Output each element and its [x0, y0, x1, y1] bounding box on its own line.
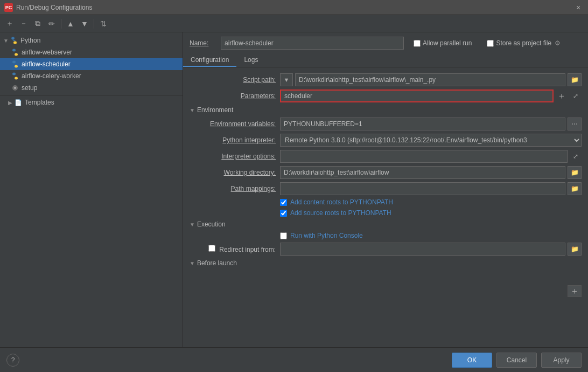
ok-button[interactable]: OK: [452, 353, 492, 368]
svg-point-4: [12, 61, 16, 64]
parallel-run-container: Allow parallel run: [414, 39, 472, 47]
parameters-expand-button[interactable]: ⤢: [570, 90, 582, 102]
sort-button[interactable]: ⇅: [97, 17, 110, 30]
before-launch-section-label: Before launch: [197, 259, 237, 267]
before-launch-section-arrow: ▼: [190, 260, 195, 266]
svg-point-1: [13, 42, 17, 44]
content-area: ▼ Python airflow-: [0, 32, 588, 347]
add-source-roots-checkbox[interactable]: [280, 210, 287, 217]
store-as-project-file-checkbox[interactable]: [487, 40, 494, 47]
python-interpreter-select[interactable]: Remote Python 3.8.0 (sftp://root@10.0.13…: [280, 134, 582, 147]
config-icon-scheduler: [11, 60, 19, 68]
path-mappings-row: Path mappings: 📁: [183, 181, 588, 197]
python-interpreter-row: Python interpreter: Remote Python 3.8.0 …: [183, 132, 588, 148]
path-mappings-label: Path mappings:: [190, 185, 276, 192]
environment-section-header[interactable]: ▼ Environment: [183, 104, 588, 116]
name-row: Name: Allow parallel run Store as projec…: [183, 32, 588, 54]
interpreter-options-value: ⤢: [280, 150, 582, 163]
run-python-console-row: Run with Python Console: [183, 230, 588, 241]
working-directory-input[interactable]: [280, 166, 565, 179]
run-python-console-checkbox[interactable]: [280, 232, 287, 239]
interpreter-options-expand-button[interactable]: ⤢: [570, 150, 582, 162]
allow-parallel-run-label: Allow parallel run: [423, 39, 472, 47]
env-variables-label: Environment variables:: [190, 120, 276, 128]
templates-label: Templates: [25, 99, 54, 106]
parameters-value: ＋ ⤢: [280, 89, 582, 102]
execution-section-label: Execution: [197, 221, 226, 228]
working-directory-browse-button[interactable]: 📁: [568, 166, 582, 179]
tree-item-setup[interactable]: setup: [0, 82, 183, 94]
help-button[interactable]: ?: [6, 354, 19, 367]
name-input[interactable]: [221, 37, 404, 50]
working-directory-value: 📁: [280, 166, 582, 179]
redirect-input-browse-button[interactable]: 📁: [568, 243, 582, 256]
parameters-row: Parameters: ＋ ⤢: [183, 88, 588, 104]
add-configuration-button[interactable]: ＋: [3, 17, 16, 30]
remove-configuration-button[interactable]: －: [17, 17, 30, 30]
interpreter-options-label: Interpreter options:: [190, 153, 276, 160]
path-mappings-browse-button[interactable]: 📁: [568, 182, 582, 195]
config-icon-celery: [11, 72, 19, 80]
env-variables-browse-button[interactable]: ⋯: [568, 118, 582, 130]
tabs-row: Configuration Logs: [183, 54, 588, 67]
bottom-left: ?: [6, 354, 447, 367]
execution-section-arrow: ▼: [190, 222, 195, 228]
tree-item-templates[interactable]: ▶ 📄 Templates: [0, 97, 183, 108]
parameters-add-button[interactable]: ＋: [556, 90, 568, 102]
before-launch-section-header[interactable]: ▼ Before launch: [183, 257, 588, 269]
tree-item-airflow-webserver[interactable]: airflow-webserver: [0, 46, 183, 58]
toolbar-separator-1: [61, 19, 61, 29]
right-panel: Name: Allow parallel run Store as projec…: [183, 32, 588, 347]
tab-configuration[interactable]: Configuration: [183, 54, 236, 67]
gear-icon: ⚙: [555, 39, 561, 47]
config-icon-setup: [11, 84, 19, 92]
cancel-button[interactable]: Cancel: [496, 353, 537, 368]
add-content-roots-row: Add content roots to PYTHONPATH: [183, 197, 588, 208]
env-variables-row: Environment variables: ⋯: [183, 116, 588, 132]
script-path-browse-button[interactable]: 📁: [568, 73, 582, 86]
add-content-roots-checkbox[interactable]: [280, 199, 287, 206]
expand-arrow-python: ▼: [2, 38, 10, 44]
edit-configuration-button[interactable]: ✏: [45, 17, 58, 30]
before-launch-add-row: ＋: [183, 285, 588, 297]
config-icon-webserver: [11, 48, 19, 57]
celery-label: airflow-celery-worker: [22, 72, 81, 80]
copy-configuration-button[interactable]: ⧉: [31, 17, 44, 30]
tree-item-airflow-scheduler[interactable]: airflow-scheduler: [0, 58, 183, 70]
interpreter-options-row: Interpreter options: ⤢: [183, 148, 588, 164]
apply-button[interactable]: Apply: [541, 353, 582, 368]
tab-logs[interactable]: Logs: [236, 54, 265, 67]
move-up-button[interactable]: ▲: [64, 17, 77, 30]
store-project-container: Store as project file ⚙: [487, 39, 561, 47]
close-button[interactable]: ×: [573, 2, 584, 13]
redirect-input-input[interactable]: [280, 243, 565, 256]
execution-section-header[interactable]: ▼ Execution: [183, 218, 588, 230]
environment-section-arrow: ▼: [190, 107, 195, 113]
svg-point-3: [15, 53, 18, 56]
env-variables-input[interactable]: [280, 118, 565, 130]
allow-parallel-run-checkbox[interactable]: [414, 40, 421, 47]
app-icon: PC: [4, 3, 13, 12]
path-mappings-input[interactable]: [280, 182, 565, 195]
move-down-button[interactable]: ▼: [78, 17, 91, 30]
svg-point-2: [12, 49, 16, 52]
svg-point-9: [14, 87, 16, 89]
script-path-input[interactable]: [295, 73, 565, 86]
env-variables-value: ⋯: [280, 118, 582, 130]
script-type-button[interactable]: ▼: [280, 73, 293, 86]
parameters-input[interactable]: [280, 89, 554, 102]
python-group[interactable]: ▼ Python: [0, 35, 183, 46]
environment-section-label: Environment: [197, 106, 233, 114]
bottom-bar: ? OK Cancel Apply: [0, 347, 588, 372]
main-container: ＋ － ⧉ ✏ ▲ ▼ ⇅ ▼ Python: [0, 15, 588, 372]
toolbar: ＋ － ⧉ ✏ ▲ ▼ ⇅: [0, 15, 588, 32]
run-python-console-label: Run with Python Console: [290, 232, 363, 239]
python-interpreter-value: Remote Python 3.8.0 (sftp://root@10.0.13…: [280, 134, 582, 147]
expand-arrow-templates: ▶: [6, 100, 14, 106]
script-path-label: Script path:: [190, 76, 276, 84]
before-launch-add-button[interactable]: ＋: [568, 285, 582, 297]
redirect-input-row: Redirect input from: 📁: [183, 241, 588, 257]
redirect-input-checkbox[interactable]: [208, 245, 215, 252]
interpreter-options-input[interactable]: [280, 150, 568, 163]
tree-item-airflow-celery-worker[interactable]: airflow-celery-worker: [0, 70, 183, 82]
